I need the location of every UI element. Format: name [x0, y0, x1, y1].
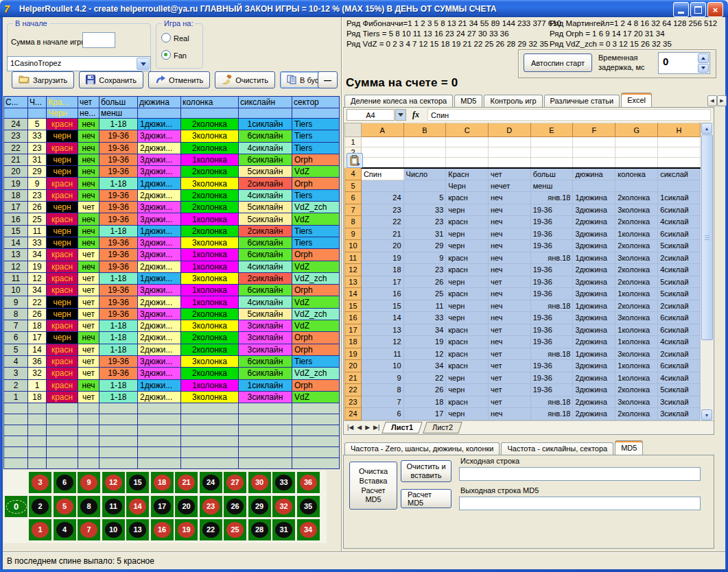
- board-cell-7[interactable]: 7: [78, 519, 100, 540]
- excel-cell[interactable]: 2дюжина: [573, 216, 615, 228]
- casino-combobox[interactable]: 1CasinoTropez: [7, 56, 151, 71]
- excel-cell[interactable]: 31: [403, 228, 446, 240]
- excel-cell[interactable]: 11: [361, 348, 403, 360]
- excel-cell[interactable]: 3сиклай: [658, 396, 701, 408]
- excel-row-header[interactable]: 19: [345, 348, 362, 360]
- excel-cell[interactable]: 25: [403, 288, 446, 300]
- board-cell-2[interactable]: 2: [29, 496, 51, 517]
- excel-column-header[interactable]: A: [361, 123, 403, 137]
- excel-column-header[interactable]: B: [403, 123, 446, 137]
- excel-cell[interactable]: янв.18: [530, 408, 573, 420]
- tab-scroll-right-button[interactable]: ▶: [717, 95, 727, 106]
- excel-cell[interactable]: нечет: [488, 180, 530, 192]
- excel-cell[interactable]: чет: [488, 324, 530, 336]
- excel-cell[interactable]: [658, 180, 701, 192]
- excel-cell[interactable]: 10: [361, 360, 403, 372]
- board-cell-21[interactable]: 21: [175, 472, 198, 493]
- sheet-tab-Лист1[interactable]: Лист1: [382, 422, 423, 433]
- md5-clear-paste-calc-button[interactable]: Очистка Вставка Расчет MD5: [349, 462, 397, 510]
- board-cell-28[interactable]: 28: [248, 519, 271, 540]
- vscroll-thumb[interactable]: [701, 134, 713, 340]
- excel-cell[interactable]: менш: [530, 180, 573, 192]
- excel-cell[interactable]: янв.18: [530, 348, 573, 360]
- excel-cell[interactable]: черн: [446, 240, 489, 252]
- excel-cell[interactable]: 3дюжина: [573, 228, 615, 240]
- excel-cell[interactable]: неч: [488, 204, 530, 216]
- excel-row-header[interactable]: 11: [345, 252, 362, 264]
- excel-cell[interactable]: 2колонка: [615, 216, 658, 228]
- excel-row-header[interactable]: 15: [345, 300, 362, 312]
- excel-cell[interactable]: черн: [446, 300, 489, 312]
- board-cell-29[interactable]: 29: [248, 496, 271, 517]
- toolbar-button[interactable]: Очистить: [215, 71, 275, 88]
- radio-real[interactable]: Real: [161, 33, 189, 43]
- excel-cell[interactable]: 19-36: [530, 324, 573, 336]
- excel-cell[interactable]: 29: [403, 240, 446, 252]
- excel-cell[interactable]: [658, 147, 701, 158]
- excel-cell[interactable]: 2дюжина: [573, 372, 615, 384]
- excel-cell[interactable]: 18: [361, 264, 403, 276]
- excel-cell[interactable]: 6сиклай: [658, 204, 701, 216]
- select-all-corner[interactable]: [345, 123, 362, 137]
- excel-cell[interactable]: 3колонка: [615, 204, 658, 216]
- excel-cell[interactable]: неч: [488, 228, 530, 240]
- excel-cell[interactable]: 19-36: [530, 288, 573, 300]
- excel-cell[interactable]: [446, 137, 489, 147]
- excel-cell[interactable]: 2сиклай: [658, 348, 701, 360]
- toolbar-button[interactable]: Сохранить: [79, 71, 143, 88]
- excel-cell[interactable]: Спин: [361, 168, 403, 180]
- close-button[interactable]: ×: [707, 2, 723, 17]
- excel-column-header[interactable]: G: [615, 123, 658, 137]
- excel-cell[interactable]: 26: [403, 384, 446, 396]
- excel-row-header[interactable]: 14: [345, 288, 362, 300]
- tab-деление-колеса-на-сектора[interactable]: Деление колеса на сектора: [344, 95, 453, 107]
- excel-cell[interactable]: неч: [488, 240, 530, 252]
- spin-up-button[interactable]: [698, 53, 709, 63]
- start-sum-input[interactable]: [82, 32, 115, 48]
- excel-row-header[interactable]: 9: [345, 228, 362, 240]
- excel-cell[interactable]: 5сиклай: [658, 276, 701, 288]
- collapse-button[interactable]: —: [318, 71, 338, 88]
- tab-md5[interactable]: MD5: [454, 95, 482, 107]
- excel-cell[interactable]: 21: [361, 228, 403, 240]
- excel-cell[interactable]: 1колонка: [615, 360, 658, 372]
- excel-cell[interactable]: 3дюжина: [573, 384, 615, 396]
- md5-clear-and-paste-button[interactable]: Очистить и вставить: [401, 460, 451, 482]
- cell-name-box[interactable]: A4: [347, 109, 395, 121]
- spin-down-button[interactable]: [698, 64, 709, 73]
- excel-row-header[interactable]: 4: [345, 168, 362, 180]
- excel-cell[interactable]: 9: [403, 252, 446, 264]
- fx-icon[interactable]: fx: [412, 110, 419, 120]
- excel-cell[interactable]: колонка: [615, 168, 658, 180]
- excel-row-header[interactable]: 1: [345, 137, 362, 147]
- excel-cell[interactable]: 22: [403, 372, 446, 384]
- excel-cell[interactable]: 5: [403, 192, 446, 204]
- excel-cell[interactable]: черн: [446, 408, 489, 420]
- excel-cell[interactable]: чет: [488, 360, 530, 372]
- excel-cell[interactable]: Красн: [446, 168, 489, 180]
- excel-cell[interactable]: чет: [488, 276, 530, 288]
- excel-cell[interactable]: черн: [446, 372, 489, 384]
- excel-cell[interactable]: [488, 158, 530, 168]
- excel-cell[interactable]: неч: [488, 300, 530, 312]
- md5-output-field[interactable]: [459, 497, 701, 510]
- excel-cell[interactable]: 22: [361, 216, 403, 228]
- tab-частота-сиклайны-сектора[interactable]: Частота - сиклайны, сектора: [501, 442, 613, 455]
- excel-cell[interactable]: [573, 158, 615, 168]
- excel-cell[interactable]: 23: [403, 264, 446, 276]
- board-cell-18[interactable]: 18: [151, 472, 174, 493]
- excel-cell[interactable]: 2колонка: [615, 408, 658, 420]
- excel-cell[interactable]: 3дюжина: [573, 204, 615, 216]
- excel-cell[interactable]: красн: [446, 324, 489, 336]
- excel-row-header[interactable]: 24: [345, 408, 362, 420]
- excel-cell[interactable]: 3дюжина: [573, 276, 615, 288]
- excel-row-header[interactable]: 23: [345, 396, 362, 408]
- excel-cell[interactable]: [530, 137, 573, 147]
- excel-cell[interactable]: янв.18: [530, 396, 573, 408]
- excel-row-header[interactable]: 5: [345, 180, 362, 192]
- scroll-down-icon[interactable]: ▼: [701, 409, 712, 420]
- board-cell-10[interactable]: 10: [102, 519, 125, 540]
- excel-cell[interactable]: 13: [361, 324, 403, 336]
- excel-row-header[interactable]: 13: [345, 276, 362, 288]
- board-cell-34[interactable]: 34: [297, 519, 320, 540]
